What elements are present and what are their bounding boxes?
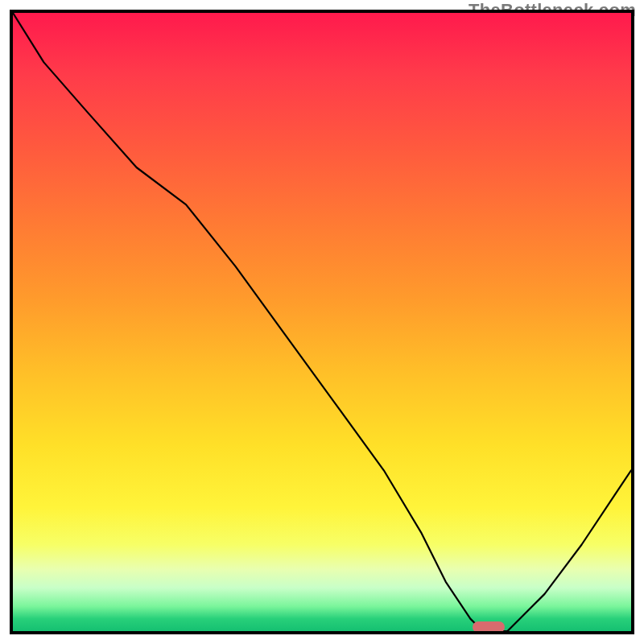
curve-svg: [13, 13, 631, 631]
curve-path: [13, 13, 631, 631]
optimal-marker: [473, 621, 505, 633]
chart-container: TheBottleneck.com: [0, 0, 644, 644]
plot-area: [10, 10, 634, 634]
